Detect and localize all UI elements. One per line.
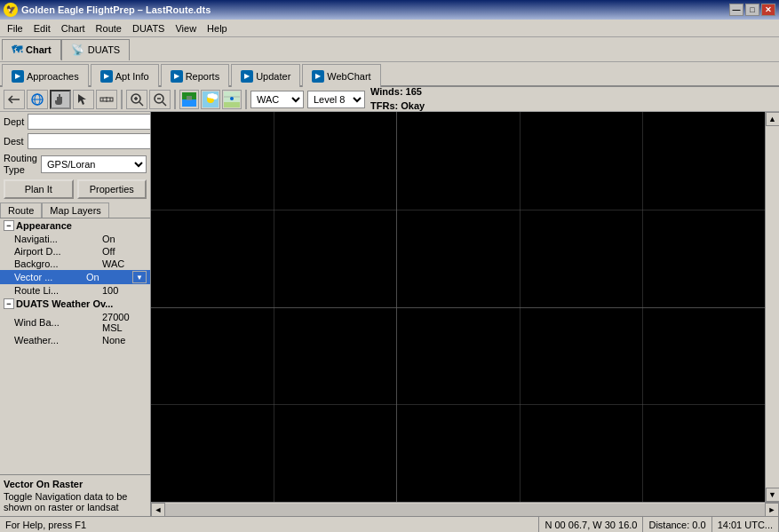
- pan-back-button[interactable]: [4, 90, 25, 109]
- panel-tab-maplayers[interactable]: Map Layers: [42, 202, 108, 218]
- weather-collapse-button[interactable]: −: [4, 298, 14, 309]
- titlebar: 🦅 Golden Eagle FlightPrep – LastRoute.dt…: [0, 0, 779, 20]
- routing-type-dropdown[interactable]: GPS/Loran VOR/NDB Airways: [41, 155, 147, 173]
- aptinfo-label: Apt Info: [115, 71, 149, 82]
- map-horizontal-scrollbar[interactable]: ◄ ►: [151, 502, 779, 516]
- minimize-button[interactable]: —: [729, 4, 743, 16]
- svg-rect-16: [182, 99, 196, 107]
- maximize-button[interactable]: □: [745, 4, 759, 16]
- svg-point-26: [230, 97, 234, 100]
- tfrs-text: TFRs: Okay: [370, 99, 425, 113]
- updater-arrow-icon: ▶: [241, 70, 253, 83]
- hand-button[interactable]: [50, 90, 71, 109]
- prop-vector-name: Vector ...: [14, 272, 84, 282]
- map-area[interactable]: [151, 112, 765, 502]
- globe-button[interactable]: [27, 90, 48, 109]
- chart-type-dropdown[interactable]: WAC SEC TAC IFR: [250, 91, 304, 108]
- tab-aptinfo[interactable]: ▶ Apt Info: [91, 64, 159, 87]
- duats-tab-icon: 📡: [71, 44, 84, 56]
- zoom-out-button[interactable]: [149, 90, 171, 109]
- measure-button[interactable]: [96, 90, 117, 109]
- appearance-collapse-button[interactable]: −: [4, 220, 14, 231]
- info-text: Toggle Navigation data to be shown on ra…: [4, 491, 147, 512]
- status-help-text: For Help, press F1: [5, 520, 86, 530]
- dept-row: Dept: [0, 112, 150, 131]
- reports-label: Reports: [186, 71, 220, 82]
- updater-label: Updater: [256, 71, 290, 82]
- menu-file[interactable]: File: [2, 21, 28, 36]
- winds-info: Winds: 165 TFRs: Okay: [370, 85, 425, 113]
- menu-edit[interactable]: Edit: [28, 21, 56, 36]
- properties-panel: − Appearance Navigati... On Airport D...…: [0, 218, 150, 474]
- vscroll-up-button[interactable]: ▲: [766, 112, 780, 126]
- prop-windbarbs-name: Wind Ba...: [14, 317, 100, 328]
- dest-row: Dest: [0, 131, 150, 151]
- status-time-text: 14:01 UTC...: [718, 520, 773, 530]
- prop-vector-value: On: [86, 272, 131, 282]
- main-content: Dept Dest RoutingType GPS/Loran VOR/NDB …: [0, 112, 779, 516]
- appearance-label: Appearance: [16, 220, 72, 231]
- vector-dropdown-button[interactable]: ▼: [132, 271, 147, 283]
- chart-type-button[interactable]: [222, 90, 242, 109]
- weather-button[interactable]: [201, 90, 220, 109]
- webchart-arrow-icon: ▶: [312, 70, 324, 83]
- titlebar-left: 🦅 Golden Eagle FlightPrep – LastRoute.dt…: [4, 3, 211, 17]
- webchart-label: WebChart: [327, 71, 370, 82]
- hscroll-left-button[interactable]: ◄: [151, 503, 165, 517]
- tab-duats[interactable]: 📡 DUATS: [61, 39, 130, 60]
- separator3: [245, 90, 247, 109]
- right-content: ▲ ▼ ◄ ►: [151, 112, 779, 516]
- close-button[interactable]: ✕: [761, 4, 775, 16]
- hscroll-track[interactable]: [165, 504, 765, 516]
- tab-reports[interactable]: ▶ Reports: [161, 64, 230, 87]
- menu-help[interactable]: Help: [202, 21, 233, 36]
- prop-background-value: WAC: [102, 258, 147, 269]
- prop-navigation-name: Navigati...: [14, 234, 100, 244]
- prop-airport-value: Off: [102, 246, 147, 257]
- chart-tab-label: Chart: [26, 44, 52, 55]
- menu-chart[interactable]: Chart: [56, 21, 91, 36]
- weather-label: DUATS Weather Ov...: [16, 298, 113, 309]
- tab-webchart[interactable]: ▶ WebChart: [302, 64, 380, 87]
- chart-tab-icon: 🗺: [12, 44, 22, 56]
- cursor-button[interactable]: [73, 90, 94, 109]
- weather-header: − DUATS Weather Ov...: [0, 297, 150, 311]
- appearance-header: − Appearance: [0, 218, 150, 233]
- svg-line-11: [139, 102, 143, 106]
- status-help: For Help, press F1: [0, 517, 539, 532]
- panel-tabs: Route Map Layers: [0, 202, 150, 218]
- zoom-in-button[interactable]: [126, 90, 147, 109]
- plan-it-button[interactable]: Plan It: [4, 179, 74, 199]
- prop-windbarbs: Wind Ba... 27000 MSL: [0, 311, 150, 334]
- hscroll-right-button[interactable]: ►: [765, 503, 779, 517]
- view-button[interactable]: [179, 90, 199, 109]
- tab-updater[interactable]: ▶ Updater: [231, 64, 300, 87]
- panel-tab-route[interactable]: Route: [0, 202, 42, 218]
- menu-duats[interactable]: DUATS: [127, 21, 170, 36]
- titlebar-title: Golden Eagle FlightPrep – LastRoute.dts: [21, 4, 211, 15]
- tab-approaches[interactable]: ▶ Approaches: [2, 64, 89, 87]
- map-vertical-scrollbar[interactable]: ▲ ▼: [765, 112, 779, 502]
- prop-airport: Airport D... Off: [0, 245, 150, 258]
- tab-chart[interactable]: 🗺 Chart: [2, 39, 61, 60]
- vscroll-down-button[interactable]: ▼: [766, 488, 780, 502]
- prop-navigation: Navigati... On: [0, 233, 150, 245]
- svg-rect-24: [224, 102, 240, 107]
- menu-view[interactable]: View: [170, 21, 202, 36]
- status-coords: N 00 06.7, W 30 16.0: [539, 517, 643, 532]
- menu-route[interactable]: Route: [91, 21, 127, 36]
- prop-routeline: Route Li... 100: [0, 284, 150, 297]
- prop-vector[interactable]: Vector ... On ▼: [0, 270, 150, 284]
- duats-tab-label: DUATS: [88, 44, 120, 55]
- dept-input[interactable]: [28, 114, 151, 130]
- svg-line-14: [163, 102, 166, 106]
- prop-navigation-value: On: [102, 234, 147, 244]
- action-row: Plan It Properties: [0, 178, 150, 201]
- aptinfo-arrow-icon: ▶: [100, 70, 113, 83]
- prop-routeline-value: 100: [102, 285, 147, 296]
- svg-point-22: [208, 93, 212, 98]
- level-dropdown[interactable]: Level 8 Level 7 Level 6 Level 5: [307, 91, 365, 108]
- map-with-vscroll: ▲ ▼: [151, 112, 779, 502]
- dest-input[interactable]: [28, 133, 151, 149]
- properties-button[interactable]: Properties: [77, 179, 147, 199]
